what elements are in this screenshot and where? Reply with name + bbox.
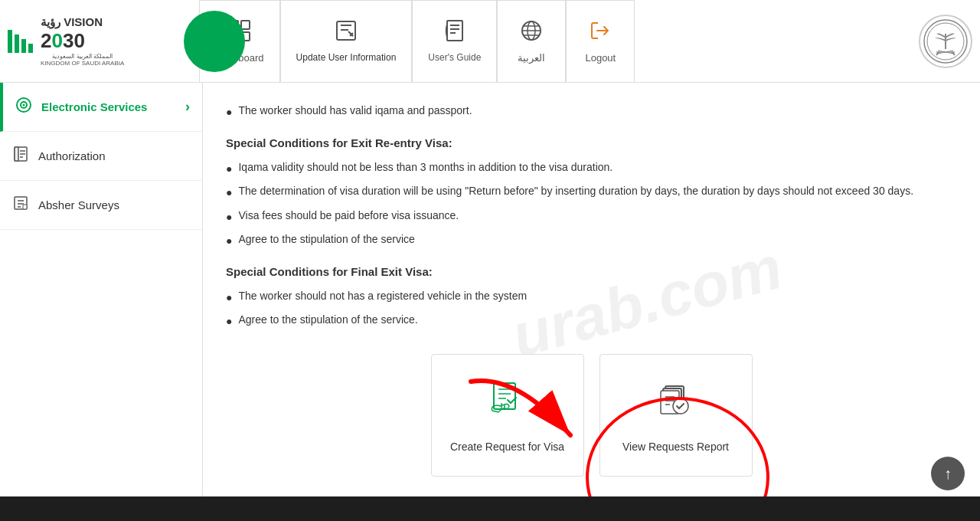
bullet-s1-4: Agree to the stipulation of the service (226, 230, 957, 251)
kingdom-label: المملكة العربية السعوديةKINGDOM OF SAUDI… (41, 53, 124, 67)
section2-title: Special Conditions for Final Exit Visa: (226, 261, 957, 282)
users-guide-label: User's Guide (428, 52, 481, 63)
conditions-text: The worker should has valid iqama and pa… (226, 101, 957, 331)
logout-icon (589, 19, 612, 48)
bullet-s2-1: The worker should not has a registered v… (226, 287, 957, 307)
bullet-s1-3: Visa fees should be paid before visa iss… (226, 206, 957, 227)
create-request-label: Create Request for Visa (450, 441, 564, 453)
view-report-icon (655, 378, 697, 430)
create-request-card[interactable]: Create Request for Visa (431, 354, 584, 477)
main-layout: Electronic Services › Authorization (0, 83, 980, 521)
sidebar-label-absher-surveys: Absher Surveys (38, 198, 119, 211)
bullet-s2-2: Agree to the stipulation of the service. (226, 310, 957, 331)
svg-rect-18 (15, 147, 18, 161)
sidebar: Electronic Services › Authorization (0, 83, 203, 521)
logo-bars (8, 30, 33, 53)
arabic-label: العربية (518, 52, 545, 64)
sidebar-item-authorization[interactable]: Authorization (0, 132, 202, 181)
bullet-s1-2: The determination of visa duration will … (226, 182, 957, 202)
taskbar (0, 496, 980, 521)
year-display: 2030 (41, 29, 124, 53)
main-content: urab.com The worker should has valid iqa… (203, 83, 980, 521)
svg-rect-26 (23, 205, 27, 209)
sidebar-item-electronic-services[interactable]: Electronic Services › (0, 83, 202, 132)
nav-update-user[interactable]: Update User Information (280, 0, 413, 83)
scroll-top-icon: ↑ (944, 465, 952, 483)
absher-surveys-icon (12, 195, 29, 215)
create-request-visa-icon (486, 378, 529, 430)
bullet-s1-1: Iqama validity should not be less than 3… (226, 158, 957, 179)
section1-title: Special Conditions for Exit Re-entry Vis… (226, 133, 957, 153)
bar2 (15, 34, 19, 53)
globe-icon (520, 19, 543, 48)
sidebar-item-absher-surveys[interactable]: Absher Surveys (0, 181, 202, 230)
vision-label: رؤية VISION (41, 15, 103, 29)
sidebar-label-authorization: Authorization (38, 149, 106, 162)
nav-buttons: Dashboard Update User Information User (199, 0, 635, 83)
view-report-label: View Requests Report (622, 441, 729, 453)
nav-arabic[interactable]: العربية (497, 0, 566, 83)
bar1 (8, 30, 12, 53)
header: رؤية VISION 2030 المملكة العربية السعودي… (0, 0, 980, 83)
profile-avatar (184, 11, 245, 72)
bar4 (28, 44, 33, 53)
svg-point-16 (23, 104, 25, 106)
update-user-label: Update User Information (296, 52, 397, 63)
bar3 (21, 39, 26, 53)
saudi-emblem (919, 15, 972, 68)
authorization-icon (12, 146, 29, 166)
nav-users-guide[interactable]: User's Guide (412, 0, 497, 83)
sidebar-label-electronic-services: Electronic Services (41, 100, 147, 113)
electronic-services-icon (15, 97, 32, 117)
logo-text: رؤية VISION 2030 المملكة العربية السعودي… (41, 15, 124, 67)
chevron-right-icon: › (185, 99, 190, 115)
view-requests-report-card[interactable]: View Requests Report (599, 354, 753, 477)
bullet-top: The worker should has valid iqama and pa… (226, 101, 957, 122)
users-guide-icon (443, 19, 466, 48)
svg-rect-5 (447, 21, 462, 41)
logo-area: رؤية VISION 2030 المملكة العربية السعودي… (8, 15, 176, 67)
nav-logout[interactable]: Logout (566, 0, 635, 83)
header-right (919, 15, 972, 68)
update-user-icon (335, 19, 358, 48)
svg-rect-1 (241, 21, 250, 29)
action-buttons: Create Request for Visa (226, 354, 957, 477)
scroll-top-button[interactable]: ↑ (931, 457, 965, 490)
logout-label: Logout (585, 52, 616, 64)
